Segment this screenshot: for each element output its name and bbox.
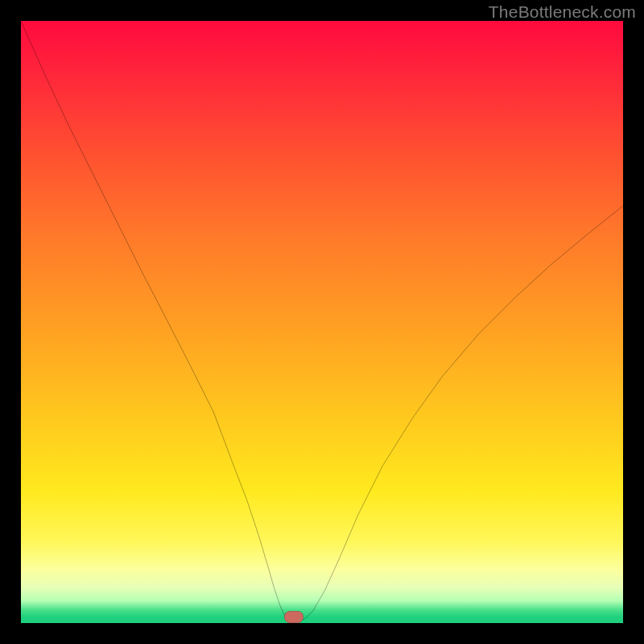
chart-frame: TheBottleneck.com: [0, 0, 644, 644]
plot-area: [21, 21, 623, 623]
watermark-text: TheBottleneck.com: [489, 2, 636, 22]
bottleneck-curve: [21, 21, 623, 623]
optimal-marker: [284, 611, 303, 623]
